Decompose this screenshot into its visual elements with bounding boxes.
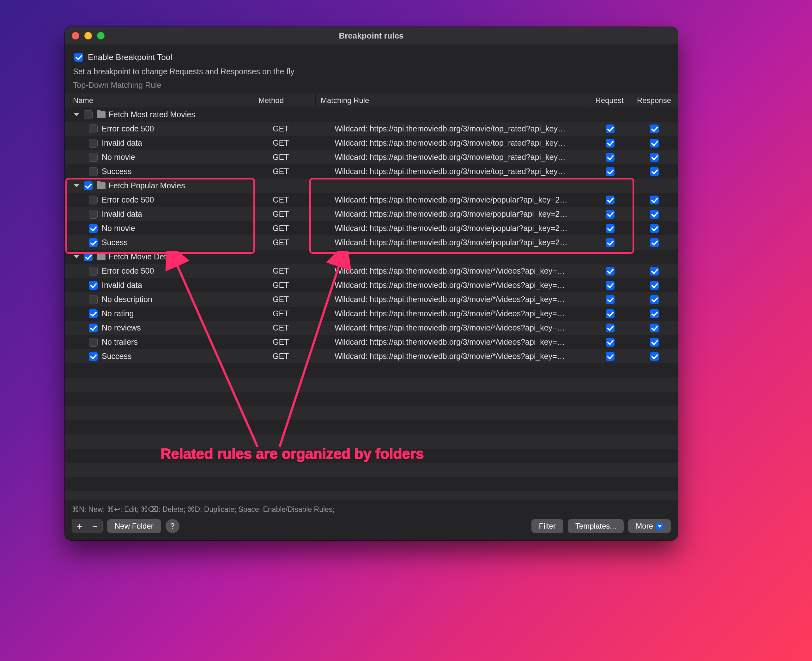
rule-name: Invalid data xyxy=(102,138,142,148)
rule-response-checkbox[interactable] xyxy=(650,352,659,361)
rule-name: Error code 500 xyxy=(102,195,154,204)
rule-enable-checkbox[interactable] xyxy=(89,167,97,176)
rule-row[interactable]: SuccessGETWildcard: https://api.themovie… xyxy=(65,349,678,363)
remove-rule-button[interactable]: － xyxy=(87,519,102,533)
rule-row[interactable]: Invalid dataGETWildcard: https://api.the… xyxy=(65,136,678,150)
rule-matching: Wildcard: https://api.themoviedb.org/3/m… xyxy=(330,281,589,290)
header-match-mode: Top-Down Matching Rule xyxy=(73,81,670,90)
add-rule-button[interactable]: ＋ xyxy=(72,519,87,533)
rule-matching: Wildcard: https://api.themoviedb.org/3/m… xyxy=(330,167,589,176)
rule-response-checkbox[interactable] xyxy=(650,281,659,290)
rule-matching: Wildcard: https://api.themoviedb.org/3/m… xyxy=(330,209,589,219)
rule-response-checkbox[interactable] xyxy=(650,324,659,332)
rule-name: Error code 500 xyxy=(102,267,154,276)
rule-row[interactable]: No reviewsGETWildcard: https://api.themo… xyxy=(65,321,678,335)
rule-row[interactable]: No descriptionGETWildcard: https://api.t… xyxy=(65,292,678,307)
rule-enable-checkbox[interactable] xyxy=(89,338,97,346)
rule-row[interactable]: No ratingGETWildcard: https://api.themov… xyxy=(65,307,678,321)
rule-response-checkbox[interactable] xyxy=(650,295,659,304)
rule-enable-checkbox[interactable] xyxy=(89,153,97,162)
col-rule[interactable]: Matching Rule xyxy=(316,93,589,108)
rule-name: Success xyxy=(102,167,131,176)
rule-response-checkbox[interactable] xyxy=(650,139,659,148)
rule-request-checkbox[interactable] xyxy=(606,139,614,148)
rule-request-checkbox[interactable] xyxy=(606,167,614,176)
rule-request-checkbox[interactable] xyxy=(606,281,614,290)
rule-response-checkbox[interactable] xyxy=(650,224,659,233)
rule-method: GET xyxy=(268,195,330,204)
rule-enable-checkbox[interactable] xyxy=(89,196,97,204)
rule-request-checkbox[interactable] xyxy=(606,224,614,233)
rule-response-checkbox[interactable] xyxy=(650,153,659,162)
rule-row[interactable]: Error code 500GETWildcard: https://api.t… xyxy=(65,193,678,207)
col-request[interactable]: Request xyxy=(589,93,630,108)
rule-enable-checkbox[interactable] xyxy=(89,267,97,276)
rule-name: No trailers xyxy=(102,337,138,346)
group-row[interactable]: Fetch Movie Detail xyxy=(65,250,678,264)
rule-response-checkbox[interactable] xyxy=(650,267,659,276)
rule-enable-checkbox[interactable] xyxy=(89,295,97,304)
rule-request-checkbox[interactable] xyxy=(606,295,614,304)
rule-row[interactable]: Invalid dataGETWildcard: https://api.the… xyxy=(65,207,678,221)
window-title: Breakpoint rules xyxy=(65,31,678,41)
rule-enable-checkbox[interactable] xyxy=(89,238,97,247)
help-button[interactable]: ? xyxy=(166,519,179,533)
rule-enable-checkbox[interactable] xyxy=(89,352,97,361)
more-button-label: More xyxy=(636,522,653,530)
rule-response-checkbox[interactable] xyxy=(650,338,659,346)
rule-enable-checkbox[interactable] xyxy=(89,139,97,148)
filter-button[interactable]: Filter xyxy=(531,519,563,533)
rule-request-checkbox[interactable] xyxy=(606,238,614,247)
rule-enable-checkbox[interactable] xyxy=(89,210,97,219)
rule-enable-checkbox[interactable] xyxy=(89,125,97,133)
enable-breakpoint-checkbox[interactable] xyxy=(74,53,83,62)
col-method[interactable]: Method xyxy=(254,93,316,108)
rule-request-checkbox[interactable] xyxy=(606,309,614,318)
rule-response-checkbox[interactable] xyxy=(650,125,659,133)
group-enable-checkbox[interactable] xyxy=(84,181,93,190)
rule-response-checkbox[interactable] xyxy=(650,238,659,247)
rule-enable-checkbox[interactable] xyxy=(89,224,97,233)
disclosure-triangle-icon[interactable] xyxy=(73,255,79,259)
rule-request-checkbox[interactable] xyxy=(606,352,614,361)
group-enable-checkbox[interactable] xyxy=(84,110,93,119)
col-name[interactable]: Name xyxy=(65,93,254,108)
templates-button[interactable]: Templates... xyxy=(568,519,624,533)
rule-request-checkbox[interactable] xyxy=(606,196,614,204)
rule-request-checkbox[interactable] xyxy=(606,210,614,219)
rule-response-checkbox[interactable] xyxy=(650,196,659,204)
rule-enable-checkbox[interactable] xyxy=(89,281,97,290)
rule-response-checkbox[interactable] xyxy=(650,309,659,318)
group-row[interactable]: Fetch Most rated Movies xyxy=(65,107,678,121)
rule-row[interactable]: No movieGETWildcard: https://api.themovi… xyxy=(65,150,678,164)
rule-method: GET xyxy=(268,224,330,233)
rule-row[interactable]: SuccessGETWildcard: https://api.themovie… xyxy=(65,164,678,179)
new-folder-button[interactable]: New Folder xyxy=(107,519,161,533)
disclosure-triangle-icon[interactable] xyxy=(73,113,79,116)
rule-name: Sucess xyxy=(102,238,128,247)
group-row[interactable]: Fetch Popular Movies xyxy=(65,179,678,193)
rule-response-checkbox[interactable] xyxy=(650,210,659,219)
rule-response-checkbox[interactable] xyxy=(650,167,659,176)
rule-row[interactable]: Error code 500GETWildcard: https://api.t… xyxy=(65,121,678,136)
col-response[interactable]: Response xyxy=(630,93,678,108)
rule-request-checkbox[interactable] xyxy=(606,324,614,332)
rule-enable-checkbox[interactable] xyxy=(89,324,97,332)
footer: ⌘N: New; ⌘↩: Edit; ⌘⌫: Delete; ⌘D: Dupli… xyxy=(65,500,678,540)
rule-request-checkbox[interactable] xyxy=(606,267,614,276)
rule-row[interactable]: SucessGETWildcard: https://api.themovied… xyxy=(65,235,678,250)
rule-enable-checkbox[interactable] xyxy=(89,309,97,318)
rule-request-checkbox[interactable] xyxy=(606,338,614,346)
more-button[interactable]: More xyxy=(628,519,671,533)
rule-row[interactable]: No movieGETWildcard: https://api.themovi… xyxy=(65,221,678,235)
rule-name: No movie xyxy=(102,153,135,162)
disclosure-triangle-icon[interactable] xyxy=(73,184,79,187)
enable-breakpoint-row[interactable]: Enable Breakpoint Tool xyxy=(73,52,670,62)
chevron-down-icon xyxy=(656,523,663,530)
rule-row[interactable]: Error code 500GETWildcard: https://api.t… xyxy=(65,264,678,278)
group-enable-checkbox[interactable] xyxy=(84,252,93,261)
rule-request-checkbox[interactable] xyxy=(606,125,614,133)
rule-request-checkbox[interactable] xyxy=(606,153,614,162)
rule-row[interactable]: No trailersGETWildcard: https://api.them… xyxy=(65,335,678,349)
rule-row[interactable]: Invalid dataGETWildcard: https://api.the… xyxy=(65,278,678,292)
